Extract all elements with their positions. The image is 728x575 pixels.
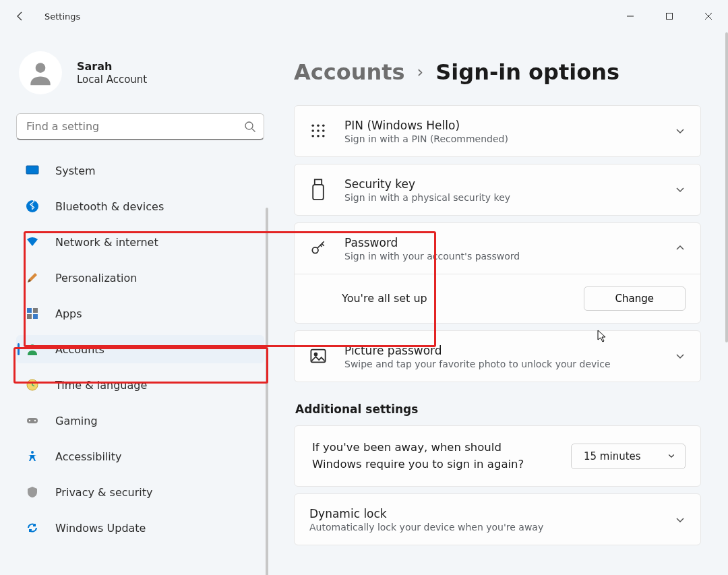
svg-point-19 bbox=[31, 451, 34, 454]
sidebar-item-accounts[interactable]: Accounts bbox=[16, 335, 264, 363]
timeout-dropdown[interactable]: 15 minutes bbox=[571, 444, 686, 469]
chevron-down-icon bbox=[675, 351, 686, 361]
svg-point-27 bbox=[317, 135, 320, 138]
svg-point-24 bbox=[317, 130, 320, 133]
person-icon bbox=[26, 342, 39, 356]
avatar bbox=[19, 51, 62, 94]
card-sub: Automatically lock your device when you'… bbox=[309, 522, 657, 533]
chevron-down-icon bbox=[667, 450, 675, 462]
svg-point-21 bbox=[317, 125, 320, 127]
update-icon bbox=[26, 521, 39, 535]
svg-rect-7 bbox=[26, 166, 38, 174]
card-picture-password-header[interactable]: Picture password Swipe and tap your favo… bbox=[295, 331, 700, 382]
back-button[interactable] bbox=[15, 11, 26, 22]
maximize-button[interactable] bbox=[650, 0, 689, 32]
sidebar-item-gaming[interactable]: Gaming bbox=[16, 406, 264, 435]
profile-name: Sarah bbox=[77, 60, 147, 74]
chevron-right-icon: › bbox=[417, 63, 424, 82]
brush-icon bbox=[26, 271, 39, 284]
svg-rect-16 bbox=[27, 418, 38, 423]
svg-rect-30 bbox=[313, 185, 324, 200]
sidebar-item-bluetooth[interactable]: Bluetooth & devices bbox=[16, 192, 264, 220]
close-button[interactable] bbox=[689, 0, 728, 32]
sidebar-item-apps[interactable]: Apps bbox=[16, 299, 264, 328]
card-dynamic-lock-header[interactable]: Dynamic lock Automatically lock your dev… bbox=[295, 494, 700, 545]
accessibility-icon bbox=[26, 450, 39, 463]
search-input[interactable] bbox=[16, 113, 264, 140]
card-pin-header[interactable]: PIN (Windows Hello) Sign in with a PIN (… bbox=[295, 106, 700, 156]
card-password-header[interactable]: Password Sign in with your account's pas… bbox=[295, 223, 700, 274]
keypad-icon bbox=[309, 122, 327, 140]
card-password: Password Sign in with your account's pas… bbox=[294, 222, 701, 324]
card-sub: Sign in with a PIN (Recommended) bbox=[344, 133, 657, 144]
card-sub: Swipe and tap your favorite photo to unl… bbox=[344, 359, 657, 369]
card-pin: PIN (Windows Hello) Sign in with a PIN (… bbox=[294, 105, 701, 157]
section-title-additional: Additional settings bbox=[295, 402, 701, 416]
profile-sub: Local Account bbox=[77, 73, 147, 86]
svg-point-4 bbox=[36, 63, 46, 73]
page-title: Sign-in options bbox=[435, 59, 619, 85]
chevron-down-icon bbox=[675, 514, 686, 525]
sidebar-item-accessibility[interactable]: Accessibility bbox=[16, 442, 264, 471]
sidebar-item-privacy[interactable]: Privacy & security bbox=[16, 478, 264, 506]
svg-rect-12 bbox=[27, 314, 32, 319]
sidebar-item-label: Apps bbox=[55, 307, 82, 320]
sidebar-item-time[interactable]: Time & language bbox=[16, 371, 264, 399]
card-password-body: You're all set up Change bbox=[295, 274, 700, 323]
sidebar: Sarah Local Account System Bluetooth bbox=[0, 32, 268, 575]
card-dynamic-lock: Dynamic lock Automatically lock your dev… bbox=[294, 493, 701, 545]
timeout-question: If you've been away, when should Windows… bbox=[312, 440, 528, 473]
main-scrollbar[interactable] bbox=[725, 32, 728, 342]
wifi-icon bbox=[26, 235, 39, 249]
sidebar-item-label: Personalization bbox=[55, 272, 137, 284]
profile-block[interactable]: Sarah Local Account bbox=[16, 51, 268, 94]
clock-icon bbox=[26, 378, 39, 392]
system-icon bbox=[26, 164, 39, 177]
card-picture-password: Picture password Swipe and tap your favo… bbox=[294, 330, 701, 382]
titlebar-left: Settings bbox=[15, 11, 80, 22]
usb-key-icon bbox=[309, 181, 327, 198]
sidebar-item-system[interactable]: System bbox=[16, 156, 264, 185]
svg-point-18 bbox=[34, 420, 36, 421]
gamepad-icon bbox=[26, 414, 39, 427]
sidebar-item-label: Bluetooth & devices bbox=[55, 200, 164, 213]
svg-point-26 bbox=[311, 135, 314, 138]
svg-point-31 bbox=[312, 247, 318, 253]
sidebar-item-update[interactable]: Windows Update bbox=[16, 514, 264, 542]
svg-point-23 bbox=[311, 130, 314, 133]
card-title: Password bbox=[344, 235, 657, 251]
chevron-down-icon bbox=[675, 125, 686, 136]
svg-point-28 bbox=[322, 135, 325, 138]
card-security-key-header[interactable]: Security key Sign in with a physical sec… bbox=[295, 164, 700, 215]
card-title: PIN (Windows Hello) bbox=[344, 118, 657, 133]
svg-rect-29 bbox=[315, 179, 322, 185]
card-sub: Sign in with your account's password bbox=[344, 251, 657, 262]
dropdown-value: 15 minutes bbox=[584, 450, 641, 462]
svg-point-33 bbox=[315, 353, 317, 356]
bluetooth-icon bbox=[26, 200, 39, 213]
card-signin-timeout: If you've been away, when should Windows… bbox=[294, 425, 701, 487]
card-title: Security key bbox=[344, 177, 657, 192]
window-controls bbox=[611, 0, 728, 32]
svg-rect-1 bbox=[667, 13, 673, 20]
minimize-button[interactable] bbox=[611, 0, 650, 32]
chevron-up-icon bbox=[675, 243, 686, 253]
main-content: Accounts › Sign-in options PIN (Windows … bbox=[268, 32, 728, 575]
svg-rect-32 bbox=[311, 350, 325, 363]
password-status: You're all set up bbox=[342, 292, 427, 305]
titlebar: Settings bbox=[0, 0, 728, 32]
apps-icon bbox=[26, 307, 39, 320]
card-security-key: Security key Sign in with a physical sec… bbox=[294, 164, 701, 216]
change-button[interactable]: Change bbox=[584, 286, 686, 311]
nav-list: System Bluetooth & devices Network & int… bbox=[16, 156, 268, 549]
sidebar-item-personalization[interactable]: Personalization bbox=[16, 264, 264, 292]
breadcrumb-parent[interactable]: Accounts bbox=[294, 59, 405, 85]
svg-point-25 bbox=[322, 130, 325, 133]
key-icon bbox=[309, 239, 327, 257]
svg-point-22 bbox=[322, 125, 325, 127]
sidebar-item-network[interactable]: Network & internet bbox=[16, 228, 264, 256]
app-title: Settings bbox=[44, 11, 80, 22]
svg-point-17 bbox=[29, 420, 30, 421]
svg-point-14 bbox=[30, 344, 35, 349]
card-title: Dynamic lock bbox=[309, 506, 657, 522]
